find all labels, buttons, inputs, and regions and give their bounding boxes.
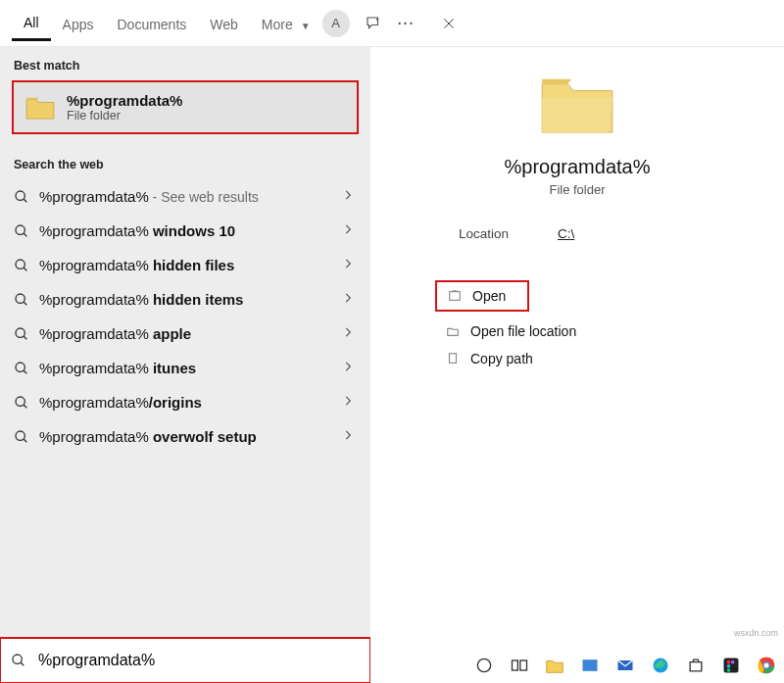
chevron-right-icon: [341, 291, 355, 308]
svg-rect-28: [724, 659, 739, 673]
taskbar-app-icon-1[interactable]: [576, 652, 604, 679]
taskbar-cortana-icon[interactable]: [470, 652, 498, 679]
web-result-item[interactable]: %programdata% hidden files: [0, 248, 370, 282]
search-icon: [14, 395, 29, 411]
svg-line-13: [24, 370, 26, 373]
location-row: Location C:\: [459, 226, 755, 241]
open-location-icon: [445, 323, 461, 339]
action-copy-path[interactable]: Copy path: [435, 345, 631, 372]
web-result-item[interactable]: %programdata% itunes: [0, 351, 370, 385]
action-open-location[interactable]: Open file location: [435, 317, 631, 345]
taskbar-taskview-icon[interactable]: [506, 652, 533, 679]
web-result-item[interactable]: %programdata% windows 10: [0, 214, 370, 248]
svg-line-15: [24, 405, 26, 408]
svg-line-3: [24, 199, 26, 202]
svg-point-14: [16, 397, 24, 406]
web-result-label: %programdata% hidden items: [39, 291, 331, 308]
svg-point-2: [16, 191, 24, 200]
taskbar: [470, 652, 780, 679]
search-icon: [11, 653, 26, 668]
taskbar-figma-icon[interactable]: [717, 652, 745, 679]
search-icon: [14, 258, 29, 273]
search-icon: [14, 223, 29, 239]
web-result-item[interactable]: %programdata%/origins: [0, 385, 370, 419]
svg-point-32: [727, 668, 731, 672]
watermark: wsxdn.com: [734, 628, 778, 638]
top-tab-bar: All Apps Documents Web More ▼ A ···: [0, 0, 784, 47]
feedback-icon[interactable]: [364, 14, 383, 33]
svg-point-18: [13, 655, 22, 663]
search-icon: [14, 189, 29, 205]
tab-documents[interactable]: Documents: [105, 7, 198, 40]
search-icon: [14, 429, 29, 445]
copy-icon: [445, 351, 461, 366]
chevron-right-icon: [341, 325, 355, 342]
svg-line-19: [21, 662, 24, 665]
svg-point-29: [727, 660, 731, 664]
svg-point-35: [764, 663, 769, 668]
best-match-name: %programdata%: [67, 92, 182, 109]
taskbar-edge-icon[interactable]: [647, 652, 674, 679]
web-result-label: %programdata% itunes: [39, 360, 331, 376]
web-result-item[interactable]: %programdata% apple: [0, 317, 370, 351]
search-icon: [14, 292, 29, 308]
preview-subtitle: File folder: [400, 182, 755, 197]
svg-line-5: [24, 233, 26, 236]
chevron-down-icon: ▼: [301, 21, 311, 31]
svg-point-4: [16, 225, 24, 234]
web-result-label: %programdata%/origins: [39, 394, 331, 411]
location-link[interactable]: C:\: [558, 226, 574, 241]
svg-line-7: [24, 268, 26, 270]
svg-point-30: [731, 660, 735, 664]
results-pane: Best match %programdata% File folder Sea…: [0, 47, 370, 683]
web-result-label: %programdata% overwolf setup: [39, 428, 331, 445]
web-result-item[interactable]: %programdata% hidden items: [0, 282, 370, 317]
web-result-item[interactable]: %programdata% - See web results: [0, 179, 370, 214]
tab-apps[interactable]: Apps: [51, 7, 106, 40]
taskbar-chrome-icon[interactable]: [753, 652, 780, 679]
svg-rect-23: [513, 660, 518, 670]
chevron-right-icon: [341, 360, 355, 376]
open-icon: [447, 288, 463, 304]
best-match-type: File folder: [67, 109, 182, 122]
close-button[interactable]: [430, 5, 467, 42]
section-search-web: Search the web: [0, 146, 370, 179]
svg-rect-24: [520, 660, 527, 670]
more-options-icon[interactable]: ···: [397, 14, 416, 33]
svg-line-17: [24, 439, 26, 442]
folder-icon: [25, 96, 55, 120]
web-result-label: %programdata% hidden files: [39, 257, 331, 273]
web-result-label: %programdata% - See web results: [39, 188, 331, 205]
web-results-list: %programdata% - See web results%programd…: [0, 179, 370, 454]
web-result-item[interactable]: %programdata% overwolf setup: [0, 419, 370, 454]
preview-title: %programdata%: [400, 156, 755, 178]
svg-point-10: [16, 328, 24, 337]
svg-point-16: [16, 431, 24, 440]
taskbar-store-icon[interactable]: [682, 652, 710, 679]
chevron-right-icon: [341, 428, 355, 445]
action-open[interactable]: Open: [435, 280, 529, 312]
user-avatar[interactable]: A: [322, 10, 350, 37]
best-match-result[interactable]: %programdata% File folder: [12, 80, 359, 134]
tab-all[interactable]: All: [12, 5, 51, 41]
chevron-right-icon: [341, 222, 355, 239]
svg-rect-21: [450, 354, 457, 364]
taskbar-mail-icon[interactable]: [612, 652, 639, 679]
svg-line-9: [24, 302, 26, 305]
svg-point-8: [16, 294, 24, 303]
web-result-label: %programdata% windows 10: [39, 222, 331, 239]
tab-more[interactable]: More ▼: [250, 7, 322, 40]
chevron-right-icon: [341, 257, 355, 273]
search-bar[interactable]: [0, 638, 370, 683]
search-icon: [14, 326, 29, 342]
folder-icon-large: [539, 74, 615, 135]
search-icon: [14, 361, 29, 376]
svg-point-12: [16, 363, 24, 371]
taskbar-explorer-icon[interactable]: [541, 652, 568, 679]
svg-rect-25: [583, 659, 598, 671]
tab-web[interactable]: Web: [198, 7, 250, 40]
section-best-match: Best match: [0, 47, 370, 80]
preview-pane: %programdata% File folder Location C:\ O…: [370, 47, 784, 683]
svg-point-22: [477, 659, 490, 671]
search-input[interactable]: [36, 651, 360, 670]
